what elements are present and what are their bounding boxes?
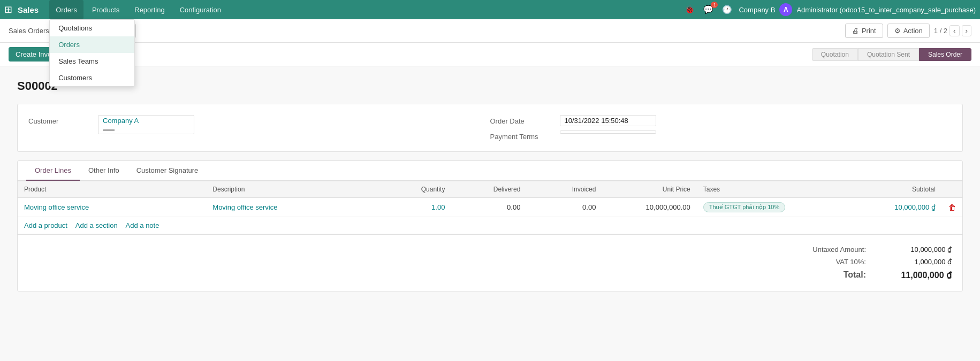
table-row: Moving office service Moving office serv… — [18, 198, 962, 217]
order-form: Customer Company A ▬▬ Order Date 10/31/2… — [17, 104, 963, 152]
customer-label: Customer — [28, 115, 98, 125]
app-name[interactable]: Sales — [18, 5, 39, 14]
chat-badge: 1 — [711, 2, 718, 8]
customer-row: Customer Company A ▬▬ — [28, 113, 490, 136]
print-button[interactable]: 🖨 Print — [845, 24, 883, 38]
untaxed-value: 10,000,000 ₫ — [887, 245, 952, 254]
vat-value: 1,000,000 ₫ — [887, 258, 952, 266]
vat-row: VAT 10%: 1,000,000 ₫ — [28, 256, 952, 268]
top-navigation: ⊞ Sales Orders Quotations Orders Sales T… — [0, 0, 980, 19]
customer-field[interactable]: Company A ▬▬ — [98, 115, 194, 134]
toolbar: Sales Orders ✏️ Edit + Create 🖨 Print ⚙ … — [0, 19, 980, 43]
cell-quantity: 1.00 — [376, 198, 451, 217]
action-button[interactable]: ⚙ Action — [887, 24, 930, 38]
col-taxes: Taxes — [697, 181, 829, 198]
order-id: S00002 — [17, 79, 963, 93]
dropdown-orders[interactable]: Orders — [50, 36, 134, 53]
products-nav-item[interactable]: Products — [86, 0, 126, 19]
cell-taxes: Thuế GTGT phải nộp 10% — [697, 198, 829, 217]
cell-invoiced: 0.00 — [527, 198, 602, 217]
user-name[interactable]: Administrator (odoo15_to_inter_company_s… — [796, 6, 976, 14]
cell-product[interactable]: Moving office service — [18, 198, 206, 217]
col-invoiced: Invoiced — [527, 181, 602, 198]
toolbar-right: 🖨 Print ⚙ Action 1 / 2 ‹ › — [845, 24, 971, 38]
order-lines-table: Product Description Quantity Delivered I… — [18, 181, 962, 234]
topnav-right: 🐞 💬1 🕐 Company B A Administrator (odoo15… — [682, 3, 976, 17]
orders-menu[interactable]: Orders — [49, 0, 83, 19]
total-value: 11,000,000 ₫ — [887, 270, 952, 280]
col-subtotal: Subtotal — [829, 181, 942, 198]
col-product: Product — [18, 181, 206, 198]
pagination: 1 / 2 ‹ › — [934, 25, 971, 36]
app-grid-icon[interactable]: ⊞ — [4, 4, 12, 16]
dropdown-customers[interactable]: Customers — [50, 70, 134, 86]
tab-other-info[interactable]: Other Info — [80, 161, 128, 181]
payment-terms-label: Payment Terms — [490, 130, 560, 141]
prev-button[interactable]: ‹ — [949, 25, 959, 36]
chat-icon[interactable]: 💬1 — [701, 3, 716, 17]
tab-order-lines[interactable]: Order Lines — [26, 161, 80, 181]
company-name: Company B — [739, 6, 775, 14]
cell-delivered: 0.00 — [451, 198, 527, 217]
order-date-label: Order Date — [490, 115, 560, 125]
untaxed-row: Untaxed Amount: 10,000,000 ₫ — [28, 243, 952, 256]
tab-customer-signature[interactable]: Customer Signature — [128, 161, 207, 181]
customer-section: Customer Company A ▬▬ — [28, 113, 490, 143]
main-content: S00002 Customer Company A ▬▬ Order Date … — [0, 66, 980, 313]
clock-icon[interactable]: 🕐 — [720, 3, 734, 17]
cell-description[interactable]: Moving office service — [206, 198, 376, 217]
avatar[interactable]: A — [779, 3, 792, 16]
total-row: Total: 11,000,000 ₫ — [28, 268, 952, 282]
vat-label: VAT 10%: — [780, 258, 866, 266]
col-delivered: Delivered — [451, 181, 527, 198]
print-icon: 🖨 — [852, 27, 859, 35]
order-date-row: Order Date 10/31/2022 15:50:48 — [490, 113, 952, 128]
payment-terms-row: Payment Terms — [490, 128, 952, 143]
add-note-link[interactable]: Add a note — [126, 221, 159, 229]
add-product-link[interactable]: Add a product — [24, 221, 67, 229]
configuration-nav-item[interactable]: Configuration — [173, 0, 227, 19]
totals-section: Untaxed Amount: 10,000,000 ₫ VAT 10%: 1,… — [18, 235, 962, 291]
order-date-field[interactable]: 10/31/2022 15:50:48 — [560, 115, 656, 126]
gear-icon: ⚙ — [894, 27, 901, 35]
status-breadcrumb: Quotation Quotation Sent Sales Order — [812, 48, 971, 61]
dropdown-sales-teams[interactable]: Sales Teams — [50, 53, 134, 70]
orders-dropdown: Quotations Orders Sales Teams Customers — [49, 19, 135, 87]
activity-icon[interactable]: 🐞 — [682, 3, 697, 17]
customer-sub: ▬▬ — [103, 126, 115, 132]
action-bar: Create Invoice Cancel Quotation Quotatio… — [0, 43, 980, 66]
next-button[interactable]: › — [962, 25, 971, 36]
add-product-row: Add a product Add a section Add a note — [18, 217, 962, 234]
payment-terms-field[interactable] — [560, 130, 656, 134]
tabs-container: Order Lines Other Info Customer Signatur… — [17, 160, 963, 291]
status-sales-order: Sales Order — [919, 48, 971, 61]
tax-tag: Thuế GTGT phải nộp 10% — [703, 202, 785, 212]
pagination-text: 1 / 2 — [934, 27, 947, 35]
date-section: Order Date 10/31/2022 15:50:48 Payment T… — [490, 113, 952, 143]
total-label: Total: — [780, 270, 866, 280]
col-unit-price: Unit Price — [602, 181, 696, 198]
untaxed-label: Untaxed Amount: — [780, 245, 866, 254]
col-quantity: Quantity — [376, 181, 451, 198]
reporting-nav-item[interactable]: Reporting — [128, 0, 171, 19]
status-quotation: Quotation — [812, 48, 858, 61]
cell-unit-price: 10,000,000.00 — [602, 198, 696, 217]
add-row-cell: Add a product Add a section Add a note — [18, 217, 962, 234]
orders-nav-item[interactable]: Orders Quotations Orders Sales Teams Cus… — [49, 0, 83, 19]
customer-name[interactable]: Company A — [103, 117, 139, 125]
cell-subtotal: 10,000,000 ₫ — [829, 198, 942, 217]
dropdown-quotations[interactable]: Quotations — [50, 20, 134, 36]
order-lines-table-container: Product Description Quantity Delivered I… — [18, 181, 962, 234]
cell-delete[interactable]: 🗑 — [942, 198, 962, 217]
status-quotation-sent: Quotation Sent — [858, 48, 919, 61]
tabs-header: Order Lines Other Info Customer Signatur… — [18, 161, 962, 181]
col-description: Description — [206, 181, 376, 198]
add-section-link[interactable]: Add a section — [75, 221, 118, 229]
page-title: Sales Orders — [9, 27, 49, 35]
delete-row-icon[interactable]: 🗑 — [948, 203, 956, 212]
